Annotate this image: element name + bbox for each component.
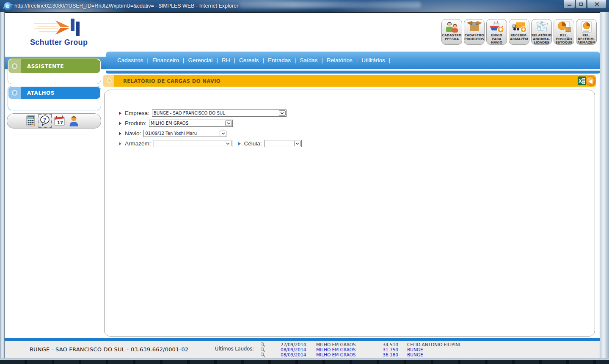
help-icon[interactable]: ?	[39, 115, 51, 127]
menu-separator: |	[234, 57, 235, 63]
magnifier-icon[interactable]	[260, 347, 265, 352]
shortcut-toolbar: CADASTRO PESSOA CADASTRO PRODUTOS	[441, 19, 597, 45]
magnifier-icon[interactable]	[260, 342, 265, 347]
toolbar-button-rel-posicao-estoque[interactable]: REL. POSIÇÃO ESTOQUE	[554, 19, 574, 45]
page-content: Schutter Group CADASTRO PESSOA	[5, 13, 600, 358]
navio-select[interactable]: 01/09/12 Ten Yoshi Maru	[143, 130, 227, 137]
laudo-product: MILHO EM GRAOS	[316, 342, 355, 347]
schutter-group-logo: Schutter Group	[25, 18, 97, 48]
empresa-select[interactable]: BUNGE - SAO FRANCISCO DO SUL	[152, 109, 287, 117]
toolbar-button-rel-recebim-armazem[interactable]: REL. RECEBIM. ARMAZÉM	[576, 19, 597, 45]
menu-separator: |	[389, 57, 391, 63]
menu-item-entradas[interactable]: Entradas	[265, 57, 294, 63]
navio-value: 01/09/12 Ten Yoshi Maru	[145, 131, 197, 136]
window-title: http://freeline02:8080/?USER_ID=RnJIZWxp…	[14, 0, 238, 12]
celula-select[interactable]	[265, 140, 302, 147]
required-arrow-icon	[119, 122, 121, 125]
navio-label: Navio:	[125, 130, 141, 137]
minimize-button[interactable]	[563, 0, 575, 8]
menu-item-cereais[interactable]: Cereais	[236, 57, 262, 63]
logo-mark-icon	[25, 18, 97, 37]
restore-icon	[579, 3, 583, 6]
svg-text:?: ?	[43, 117, 47, 123]
page-title-tab: ›	[103, 75, 114, 87]
magnifier-icon[interactable]	[260, 352, 265, 357]
laudo-product: MILHO EM GRAOS	[316, 347, 355, 352]
status-footer: BUNGE - SAO FRANCISCO DO SUL - 03.639.66…	[5, 341, 600, 358]
form-row-armazem-celula: Armazém: Célula:	[119, 140, 302, 147]
atalhos-header[interactable]: » ATALHOS	[8, 87, 100, 99]
back-arrow-icon	[589, 79, 592, 84]
menu-item-utilitarios[interactable]: Utilitários	[358, 57, 389, 63]
svg-text:X: X	[579, 78, 582, 84]
laudo-date: 08/09/2014	[281, 347, 306, 352]
desktop-taskbar	[0, 360, 609, 364]
menu-separator: |	[147, 57, 149, 63]
laudo-name: BUNGE	[407, 347, 423, 352]
assistente-panel: » ASSISTENTE	[8, 58, 101, 84]
page-title: RELATÓRIO DE CARGAS DO NAVIO	[123, 78, 220, 84]
toolbar-button-relatorio-anormalidades[interactable]: RELATÓRIO ANORMA- LIDADES	[531, 19, 552, 45]
form-row-navio: Navio: 01/09/12 Ten Yoshi Maru	[119, 130, 227, 137]
laudo-product: MILHO EM GRAOS	[316, 352, 355, 357]
laudo-name: CELIO ANTONIO FILIPINI	[407, 342, 460, 347]
menu-item-saidas[interactable]: Saídas	[297, 57, 321, 63]
optional-arrow-icon	[238, 142, 241, 145]
toolbar-button-cadastro-produtos[interactable]: CADASTRO PRODUTOS	[464, 19, 485, 45]
background-window-glare	[239, 2, 421, 8]
close-button[interactable]	[587, 0, 606, 8]
menu-item-rh[interactable]: RH	[218, 57, 234, 63]
page-title-bar: › RELATÓRIO DE CARGAS DO NAVIO X	[103, 75, 596, 87]
toolbar-button-cadastro-pessoa[interactable]: CADASTRO PESSOA	[441, 19, 462, 45]
close-icon	[595, 2, 599, 6]
empresa-label: Empresa:	[125, 110, 149, 116]
documents-icon	[534, 21, 550, 33]
back-button[interactable]	[586, 76, 595, 86]
assistente-header[interactable]: » ASSISTENTE	[8, 59, 100, 73]
menu-item-cadastros[interactable]: Cadastros	[114, 57, 147, 63]
required-arrow-icon	[119, 132, 121, 135]
calendar-icon[interactable]: 17	[54, 115, 65, 127]
produto-value: MILHO EM GRAOS	[151, 121, 188, 126]
toolbar-button-recebim-armazem[interactable]: RECEBIM. ARMAZÉM	[509, 19, 529, 45]
window-border-left	[0, 12, 5, 359]
people-icon	[444, 21, 460, 33]
browser-window: e http://freeline02:8080/?USER_ID=RnJIZW…	[0, 0, 609, 360]
internet-explorer-icon: e	[4, 2, 12, 10]
products-box-icon	[466, 21, 482, 33]
menu-separator: |	[356, 57, 358, 63]
menu-separator: |	[183, 57, 185, 63]
celula-label: Célula:	[244, 140, 262, 147]
toolbar-button-envio-para-navio[interactable]: ENVIO PARA NAVIO	[486, 19, 507, 45]
user-icon[interactable]	[68, 115, 80, 127]
minimize-icon	[568, 5, 571, 6]
restore-button[interactable]	[576, 0, 587, 8]
quick-icon-bar: ? 17	[7, 113, 101, 129]
required-arrow-icon	[119, 112, 121, 115]
pie-report-icon	[579, 21, 595, 33]
chevron-badge-icon: »	[12, 90, 17, 96]
laudo-date: 27/09/2014	[281, 342, 306, 347]
form-row-produto: Produto: MILHO EM GRAOS	[119, 120, 233, 127]
armazem-select[interactable]	[154, 140, 232, 147]
laudo-value: 36.180	[378, 352, 398, 357]
title-bar[interactable]: e http://freeline02:8080/?USER_ID=RnJIZW…	[0, 0, 609, 12]
pie-stock-icon	[556, 21, 572, 33]
truck-upload-icon	[511, 21, 527, 33]
chevron-down-icon	[225, 120, 232, 126]
export-excel-icon[interactable]: X	[578, 77, 586, 85]
empresa-value: BUNGE - SAO FRANCISCO DO SUL	[154, 111, 225, 115]
menu-item-relatorios[interactable]: Relatórios	[323, 57, 356, 63]
chevron-down-icon	[225, 141, 231, 146]
chevron-badge-icon: »	[12, 63, 17, 69]
menu-item-gerencial[interactable]: Gerencial	[185, 57, 216, 63]
laudo-value: 34.510	[378, 342, 398, 347]
menu-separator: |	[295, 57, 296, 63]
chevron-badge-icon: ›	[107, 78, 112, 83]
menu-item-financeiro[interactable]: Financeiro	[149, 57, 182, 63]
laudo-value: 31.750	[378, 347, 398, 352]
calculator-icon[interactable]	[25, 115, 36, 127]
atalhos-panel: » ATALHOS	[8, 86, 101, 110]
produto-select[interactable]: MILHO EM GRAOS	[149, 120, 233, 127]
menu-separator: |	[322, 57, 323, 63]
